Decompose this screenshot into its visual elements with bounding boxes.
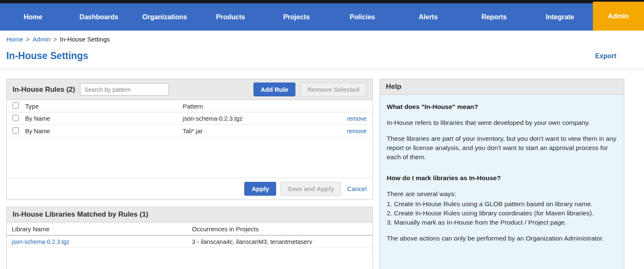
nav-item-alerts[interactable]: Alerts [395,3,461,31]
help-paragraph: The above actions can only be performed … [387,234,617,243]
help-question-2: How do I mark libraries as In-House? [387,173,617,183]
export-link[interactable]: Export [595,52,616,60]
remove-rule-link[interactable]: remove [347,115,367,122]
rules-table: Type Pattern By Name json-schema-0.2.3.t… [7,100,372,178]
nav-item-dashboards[interactable]: Dashboards [66,3,132,31]
breadcrumb-current: In-House Settings [60,36,110,43]
page-header: In-House Settings Export [0,46,644,70]
rules-panel-header: In-House Rules (2) Add Rule Remove Selec… [7,79,372,100]
help-step: 2. Create In-House Rules using library c… [387,209,617,218]
nav-item-policies[interactable]: Policies [329,3,395,31]
help-content: What does "In-House" mean? In-House refe… [380,95,624,269]
search-pattern-input[interactable] [80,83,169,96]
breadcrumb-home-link[interactable]: Home [6,36,23,43]
nav-item-home[interactable]: Home [0,3,66,31]
rule-pattern: json-schema-0.2.3.tgz [183,115,337,122]
help-paragraph: In-House refers to libraries that were d… [387,118,617,127]
rule-type: By Name [25,128,183,134]
matched-panel-header: In-House Libraries Matched by Rules (1) [7,207,372,222]
matched-table-empty-space [7,248,372,269]
column-header-pattern: Pattern [183,103,337,110]
breadcrumb-separator: > [26,36,30,43]
right-column: Help What does "In-House" mean? In-House… [380,79,624,269]
rules-table-empty-space [7,137,372,178]
column-header-type: Type [25,103,183,110]
matched-panel-title: In-House Libraries Matched by Rules (1) [13,210,148,219]
cancel-link[interactable]: Cancel [347,185,367,192]
remove-selected-button[interactable]: Remove Selected [300,83,367,96]
left-column: In-House Rules (2) Add Rule Remove Selec… [6,79,373,269]
nav-item-organizations[interactable]: Organizations [132,3,197,31]
apply-button[interactable]: Apply [244,182,276,196]
rules-panel-footer: Apply Save and Apply Cancel [7,178,372,199]
nav-item-projects[interactable]: Projects [264,3,329,31]
rule-type: By Name [25,115,183,122]
action-cell: remove [337,128,367,134]
matched-libraries-panel: In-House Libraries Matched by Rules (1) … [6,207,373,269]
add-rule-button[interactable]: Add Rule [253,83,295,96]
action-cell: remove [337,115,367,122]
nav-item-reports[interactable]: Reports [461,3,527,31]
matched-table: Library Name Occurrences in Projects jso… [7,222,372,269]
library-name-link[interactable]: json-schema-0.2.3.tgz [12,238,70,245]
table-row: json-schema-0.2.3.tgz 3 - ilanscana4c, i… [7,235,372,248]
help-question-1: What does "In-House" mean? [387,102,617,111]
checkbox-cell [13,115,25,122]
nav-item-products[interactable]: Products [198,3,264,31]
column-header-occurrences: Occurrences in Projects [192,225,367,233]
breadcrumb-separator: > [53,36,57,43]
table-row: By Name Tali*.jar remove [7,125,372,137]
help-step: 3. Manually mark as In-House from the Pr… [387,218,617,227]
rule-pattern: Tali*.jar [183,128,337,134]
help-step: 1. Create In-House Rules using a GLOB pa… [387,199,617,209]
checkbox-cell [13,127,25,135]
help-panel-header: Help [380,79,624,95]
occurrences-cell: 3 - ilanscana4c, ilanscanM3, tenantmetas… [192,238,367,245]
breadcrumb: Home > Admin > In-House Settings [0,31,644,46]
select-all-checkbox[interactable] [13,102,19,109]
save-and-apply-button[interactable]: Save and Apply [280,182,341,196]
column-header-library-name: Library Name [12,225,192,233]
nav-item-integrate[interactable]: Integrate [527,3,593,31]
checkbox-cell [13,102,25,110]
remove-rule-link[interactable]: remove [347,128,367,134]
rules-panel-title: In-House Rules (2) [13,85,75,94]
main-content: In-House Rules (2) Add Rule Remove Selec… [0,70,644,269]
help-paragraph: There are several ways: [387,189,617,199]
table-row: By Name json-schema-0.2.3.tgz remove [7,112,372,125]
page-title: In-House Settings [6,50,88,62]
help-panel-title: Help [386,83,401,91]
nav-item-admin[interactable]: Admin [593,2,644,31]
rules-table-header-row: Type Pattern [7,100,372,112]
main-nav: Home Dashboards Organizations Products P… [0,3,644,31]
inhouse-rules-panel: In-House Rules (2) Add Rule Remove Selec… [6,79,373,200]
row-checkbox[interactable] [13,115,19,121]
help-panel: Help What does "In-House" mean? In-House… [380,79,624,269]
library-name-cell: json-schema-0.2.3.tgz [12,238,192,245]
help-paragraph: These libraries are part of your invento… [387,134,617,162]
top-strip [0,0,644,3]
matched-table-header-row: Library Name Occurrences in Projects [7,222,372,235]
breadcrumb-admin-link[interactable]: Admin [33,36,51,43]
row-checkbox[interactable] [13,127,19,134]
